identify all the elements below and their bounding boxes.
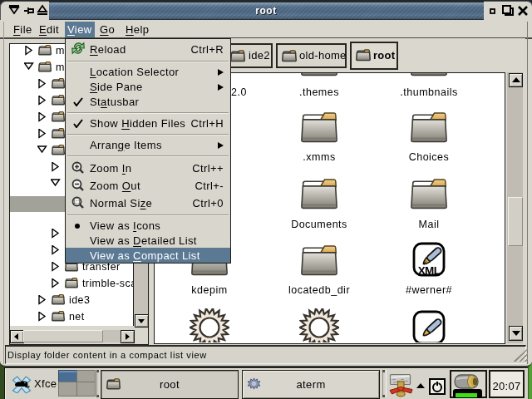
svg-text:1:1: 1:1 [73, 199, 81, 204]
